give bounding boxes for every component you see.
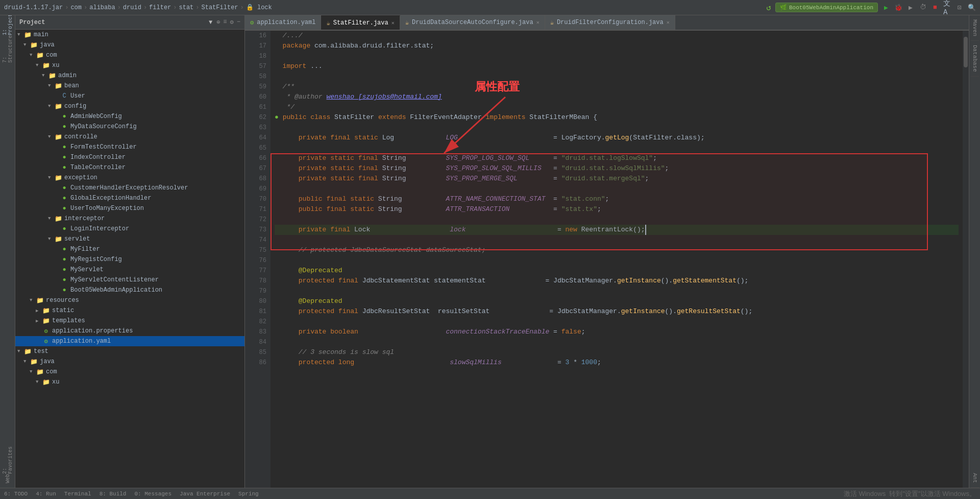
tab-close-icon2[interactable]: ✕ — [536, 19, 540, 26]
tab-druiddatasource[interactable]: ☕ DruidDataSourceAutoConfigure.java ✕ — [400, 15, 545, 30]
sidebar-item-favorites[interactable]: 2: Favorites — [1, 453, 15, 467]
tree-item[interactable]: ▼📁config — [15, 101, 244, 111]
tab-label: DruidFilterConfiguration.java — [557, 19, 664, 26]
run-btn[interactable]: ▶ — [882, 4, 890, 12]
tree-item[interactable]: ●FormTestController — [15, 142, 244, 152]
sidebar-item-project[interactable]: 1: Project — [1, 17, 15, 32]
tree-item[interactable]: ●MyServletContentListener — [15, 275, 244, 285]
code-line: /.../ — [275, 31, 959, 41]
tree-item[interactable]: ●GlobalExceptionHandler — [15, 193, 244, 203]
tab-application-yaml[interactable]: ⚙ application.yaml — [245, 15, 321, 30]
code-scrollbar[interactable] — [963, 31, 969, 488]
watermark: 激活 Windows 转到"设置"以激活 Windows。 — [844, 489, 976, 498]
profile-btn[interactable]: ⏱ — [919, 4, 927, 12]
code-line — [275, 123, 959, 133]
code-line — [275, 368, 959, 378]
bottom-item-todo[interactable]: 6: TODO — [4, 491, 28, 497]
code-line: ● public class StatFilter extends Filter… — [275, 112, 959, 123]
tree-item[interactable]: ●CustomerHandlerExceptionResolver — [15, 183, 244, 193]
restore-btn[interactable]: ⊡ — [955, 4, 964, 12]
translate-btn[interactable]: 文A — [943, 4, 951, 12]
code-line: // 3 seconds is slow sql — [275, 347, 959, 358]
bottom-item-messages[interactable]: 0: Messages — [134, 491, 172, 497]
run-config[interactable]: 🌿 Boot05WebAdminApplication — [775, 3, 878, 12]
tree-item[interactable]: ▼📁admin — [15, 70, 244, 81]
ant-panel-tab[interactable]: Ant — [971, 469, 979, 488]
tab-close-icon3[interactable]: ✕ — [667, 19, 670, 26]
breadcrumb-statfilter[interactable]: StatFilter — [202, 4, 238, 11]
tree-item[interactable]: ▼📁xu — [15, 377, 244, 387]
tree-item[interactable]: ▼📁controlle — [15, 132, 244, 142]
tree-item[interactable]: ▼📁main — [15, 30, 244, 40]
breadcrumb: druid-1.1.17.jar › com › alibaba › druid… — [4, 4, 766, 11]
bottom-item-java-enterprise[interactable]: Java Enterprise — [180, 491, 230, 497]
tree-item[interactable]: ▼📁java — [15, 40, 244, 50]
breadcrumb-com[interactable]: com — [70, 4, 82, 11]
bottom-item-terminal[interactable]: Terminal — [64, 491, 91, 497]
breadcrumb-alibaba[interactable]: alibaba — [89, 4, 115, 11]
coverage-btn[interactable]: ▶ — [906, 4, 915, 12]
minimize-icon[interactable]: − — [237, 18, 240, 26]
tree-item[interactable]: ⚙application.properties — [15, 326, 244, 336]
tree-item[interactable]: ●AdminWebConfig — [15, 111, 244, 122]
code-line — [275, 215, 959, 225]
scroll-icon[interactable]: ≡ — [223, 18, 227, 26]
tree-item[interactable]: ▼📁bean — [15, 81, 244, 91]
code-line — [275, 255, 959, 266]
tree-item[interactable]: ●TableController — [15, 162, 244, 173]
breadcrumb-druid[interactable]: druid — [123, 4, 141, 11]
tab-druidfilter[interactable]: ☕ DruidFilterConfiguration.java ✕ — [545, 15, 675, 30]
tree-item[interactable]: ●Boot05WebAdminApplication — [15, 285, 244, 295]
tree-item[interactable]: CUser — [15, 91, 244, 101]
tree-item[interactable]: ▼📁exception — [15, 173, 244, 183]
main-layout: 1: Project 7: Structure 2: Favorites Web… — [0, 15, 980, 488]
bottom-item-build[interactable]: 8: Build — [100, 491, 127, 497]
tree-item[interactable]: ●MyRegistConfig — [15, 254, 244, 265]
tab-close-icon[interactable]: ✕ — [391, 20, 395, 26]
code-line: import ... — [275, 61, 959, 72]
search-btn[interactable]: 🔍 — [968, 4, 976, 12]
tree-item[interactable]: ▼📁xu — [15, 60, 244, 70]
left-side-icons: 1: Project 7: Structure 2: Favorites Web — [0, 15, 15, 488]
scope-icon[interactable]: ⊕ — [216, 18, 220, 26]
tree-item[interactable]: ▼📁resources — [15, 295, 244, 305]
tree-item[interactable]: ●LoginInterceptor — [15, 224, 244, 234]
tree-item[interactable]: ▼📁servlet — [15, 234, 244, 244]
code-line: protected final JdbcStatementStat statem… — [275, 276, 959, 286]
tree-item[interactable]: ●UserTooManyException — [15, 203, 244, 213]
breadcrumb-lock[interactable]: 🔒 lock — [246, 4, 272, 11]
tree-item[interactable]: ▶📁static — [15, 305, 244, 316]
breadcrumb-stat[interactable]: stat — [179, 4, 194, 11]
tree-item[interactable]: ▼📁com — [15, 367, 244, 377]
tree-item[interactable]: ▼📁test — [15, 346, 244, 357]
maven-panel-tab[interactable]: Maven — [971, 15, 979, 41]
breadcrumb-jar[interactable]: druid-1.1.17.jar — [4, 4, 63, 11]
sidebar-item-structure[interactable]: 7: Structure — [1, 42, 15, 56]
database-panel-tab[interactable]: Database — [971, 41, 979, 77]
tree-item[interactable]: ●MyFilter — [15, 244, 244, 254]
tab-label: StatFilter.java — [333, 19, 388, 27]
settings-icon[interactable]: ⚙ — [230, 18, 234, 26]
tree-item[interactable]: ●MyServlet — [15, 265, 244, 275]
panel-dropdown-icon: ▼ — [209, 19, 212, 26]
tree-item[interactable]: ●MyDataSourceConfig — [15, 122, 244, 132]
bottom-item-spring[interactable]: Spring — [238, 491, 259, 497]
panel-header: Project ▼ ⊕ ≡ ⚙ − — [15, 15, 244, 30]
tree-item[interactable]: ●IndexController — [15, 152, 244, 162]
editor-area: ⚙ application.yaml ☕ StatFilter.java ✕ ☕… — [245, 15, 969, 488]
breadcrumb-filter[interactable]: filter — [149, 4, 171, 11]
tree-item[interactable]: ▶📁templates — [15, 316, 244, 326]
code-content[interactable]: /.../ package com.alibaba.druid.filter.s… — [271, 31, 963, 488]
code-line: */ — [275, 102, 959, 112]
title-bar-right: ↺ 🌿 Boot05WebAdminApplication ▶ 🐞 ▶ ⏱ ■ … — [766, 3, 976, 13]
stop-btn[interactable]: ■ — [931, 4, 939, 12]
tree-item[interactable]: ▼📁java — [15, 357, 244, 367]
tree-item-yaml[interactable]: ⚙application.yaml — [15, 336, 244, 346]
tab-statfilter[interactable]: ☕ StatFilter.java ✕ — [321, 15, 400, 30]
bottom-item-run[interactable]: 4: Run — [36, 491, 56, 497]
sidebar-item-web[interactable]: Web — [1, 471, 15, 486]
code-line — [275, 51, 959, 61]
tree-item[interactable]: ▼📁com — [15, 50, 244, 60]
debug-btn[interactable]: 🐞 — [894, 4, 902, 12]
tree-item[interactable]: ▼📁interceptor — [15, 213, 244, 224]
